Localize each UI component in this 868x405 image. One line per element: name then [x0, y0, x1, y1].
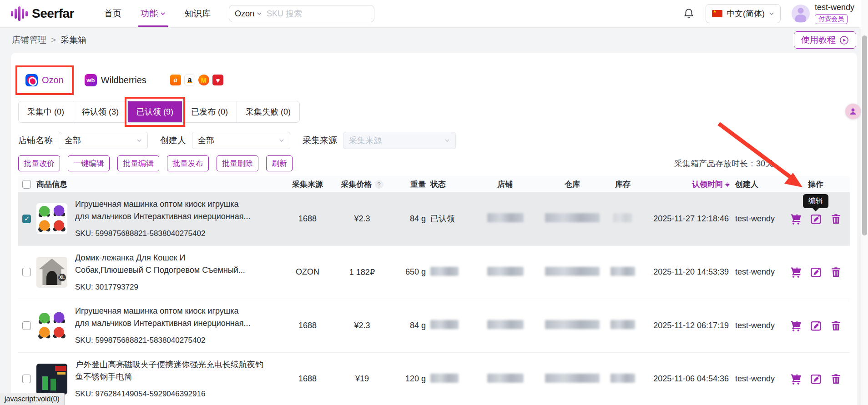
row-actions-cell: 编辑 — [782, 213, 850, 225]
edit-icon[interactable]: 编辑 — [810, 320, 822, 332]
creator-select[interactable]: 全部 — [192, 132, 290, 149]
bulk-reprice-button[interactable]: 批量改价 — [18, 155, 60, 171]
warehouse-redacted-block — [545, 374, 600, 383]
add-to-cart-icon[interactable] — [790, 213, 802, 225]
shop-redacted-block — [487, 213, 524, 222]
source-cell: 1688 — [280, 321, 335, 330]
edit-icon[interactable]: 编辑 — [810, 373, 822, 385]
shop-name-select[interactable]: 全部 — [59, 132, 148, 149]
edit-icon[interactable]: 编辑 — [810, 266, 822, 278]
status-text: 已认领 — [430, 214, 455, 223]
source-cell: OZON — [280, 267, 335, 277]
status-cell — [430, 267, 472, 278]
product-title-line1: Домик-лежанка Для Кошек И — [75, 252, 245, 264]
row-checkbox[interactable] — [22, 375, 31, 383]
delete-icon[interactable] — [830, 320, 842, 332]
header-claim-time-sort[interactable]: 认领时间 — [639, 179, 732, 190]
product-sku: SKU: 599875688821-5838040275402 — [75, 335, 251, 346]
add-to-cart-icon[interactable] — [790, 320, 802, 332]
batch-delete-button[interactable]: 批量删除 — [217, 155, 258, 171]
row-checkbox[interactable] — [22, 215, 31, 223]
refresh-button[interactable]: 刷新 — [266, 155, 293, 171]
header-weight: 重量 — [389, 179, 430, 190]
product-title[interactable]: Игрушечная машинка оптом киоск игрушка д… — [75, 198, 251, 223]
add-to-cart-icon[interactable] — [790, 373, 802, 385]
product-title[interactable]: 户外登山高亮磁吸夹子便携迷你强光充电长续航夜钓 鱼不锈钢手电筒 — [75, 359, 263, 383]
header-price: 采集价格 ? — [335, 179, 389, 190]
select-all-checkbox[interactable] — [22, 180, 31, 189]
delete-icon[interactable] — [830, 266, 842, 278]
table-row: Игрушечная машинка оптом киоск игрушка д… — [18, 192, 850, 246]
row-checkbox[interactable] — [22, 321, 31, 330]
breadcrumb-shop-management[interactable]: 店铺管理 — [12, 34, 46, 46]
status-redacted-block — [430, 267, 459, 276]
topbar-right: 中文(简体) test-wendy 付费会员 — [683, 3, 854, 24]
status-cell — [430, 374, 472, 385]
warehouse-cell — [538, 320, 606, 331]
table-row: Игрушечная машинка оптом киоск игрушка д… — [18, 299, 850, 353]
product-image[interactable] — [36, 364, 67, 395]
sku-search-box[interactable]: Ozon — [229, 5, 374, 22]
tab-claimed-label: 已认领 (9) — [136, 107, 173, 116]
tutorial-button[interactable]: 使用教程 — [794, 31, 856, 49]
product-title[interactable]: Игрушечная машинка оптом киоск игрушка д… — [75, 305, 251, 330]
search-platform-select[interactable]: Ozon — [235, 9, 262, 19]
product-info: Домик-лежанка Для Кошек И Собак,Плюшевый… — [75, 252, 245, 293]
user-menu[interactable]: test-wendy 付费会员 — [792, 3, 854, 24]
shop-redacted-block — [487, 374, 524, 383]
product-title-line1: Игрушечная машинка оптом киоск игрушка — [75, 305, 251, 317]
row-checkbox[interactable] — [22, 268, 31, 276]
product-cell: 户外登山高亮磁吸夹子便携迷你强光充电长续航夜钓 鱼不锈钢手电筒 SKU: 976… — [36, 353, 280, 405]
platform-tab-ozon[interactable]: Ozon — [18, 70, 71, 90]
nav-item-knowledge[interactable]: 知识库 — [185, 0, 211, 27]
platform-heart-icon[interactable]: ♥ — [212, 75, 223, 85]
tab-published[interactable]: 已发布 (0) — [182, 101, 237, 122]
header-warehouse: 仓库 — [538, 179, 606, 190]
tab-collecting[interactable]: 采集中 (0) — [19, 101, 73, 122]
notification-bell-icon[interactable] — [683, 8, 695, 20]
filter-shop-name: 店铺名称 全部 — [18, 132, 148, 149]
seerfar-logo-icon — [11, 6, 28, 21]
platform-yandex-market-icon[interactable]: M — [198, 75, 209, 85]
logo[interactable]: Seerfar — [11, 6, 74, 21]
tab-pending-claim[interactable]: 待认领 (3) — [73, 101, 128, 122]
batch-publish-button[interactable]: 批量发布 — [167, 155, 209, 171]
delete-icon[interactable] — [830, 213, 842, 225]
collect-source-select[interactable]: 采集来源 — [343, 132, 456, 149]
logo-text: Seerfar — [32, 6, 74, 21]
product-image[interactable] — [36, 310, 67, 341]
platform-tab-wildberries[interactable]: wb Wildberries — [77, 70, 154, 90]
floating-helper-button[interactable] — [845, 104, 861, 119]
product-title-line1: Игрушечная машинка оптом киоск игрушка — [75, 198, 251, 210]
scrollbar-thumb[interactable] — [862, 35, 867, 235]
quick-edit-button[interactable]: 一键编辑 — [68, 155, 110, 171]
breadcrumb-current: 采集箱 — [61, 34, 86, 46]
platform-row: Ozon wb Wildberries a a M ♥ — [18, 68, 850, 92]
nav-item-home[interactable]: 首页 — [104, 0, 121, 27]
tab-collect-failed[interactable]: 采集失败 (0) — [237, 101, 299, 122]
price-help-icon[interactable]: ? — [375, 180, 384, 189]
product-title[interactable]: Домик-лежанка Для Кошек И Собак,Плюшевый… — [75, 252, 245, 276]
browser-status-bar: javascript:void(0) — [0, 393, 65, 405]
breadcrumb-separator: > — [51, 35, 56, 45]
weight-cell: 120 g — [389, 374, 430, 384]
edit-icon[interactable]: 编辑 — [810, 213, 822, 225]
add-to-cart-icon[interactable] — [790, 266, 802, 278]
product-image[interactable]: XL — [36, 257, 67, 288]
ozon-logo-icon — [25, 74, 38, 86]
page-scrollbar — [861, 0, 868, 405]
platform-1688-icon[interactable]: a — [170, 75, 181, 85]
warehouse-redacted-block — [545, 267, 600, 276]
platform-amazon-icon[interactable]: a — [184, 75, 195, 85]
batch-edit-button[interactable]: 批量编辑 — [117, 155, 159, 171]
product-title-line2: для мальчиков Интерактивная инерционная.… — [75, 210, 251, 223]
language-selector[interactable]: 中文(简体) — [706, 4, 781, 23]
search-input[interactable] — [267, 9, 372, 19]
product-image[interactable] — [36, 203, 67, 234]
header-actions: 操作 — [782, 179, 850, 190]
status-tabs: 采集中 (0) 待认领 (3) 已认领 (9) 已发布 (0) 采集失败 (0) — [18, 101, 300, 123]
nav-item-features[interactable]: 功能 — [141, 0, 166, 27]
warehouse-cell — [538, 374, 606, 385]
delete-icon[interactable] — [830, 373, 842, 385]
tab-claimed[interactable]: 已认领 (9) — [128, 101, 182, 122]
